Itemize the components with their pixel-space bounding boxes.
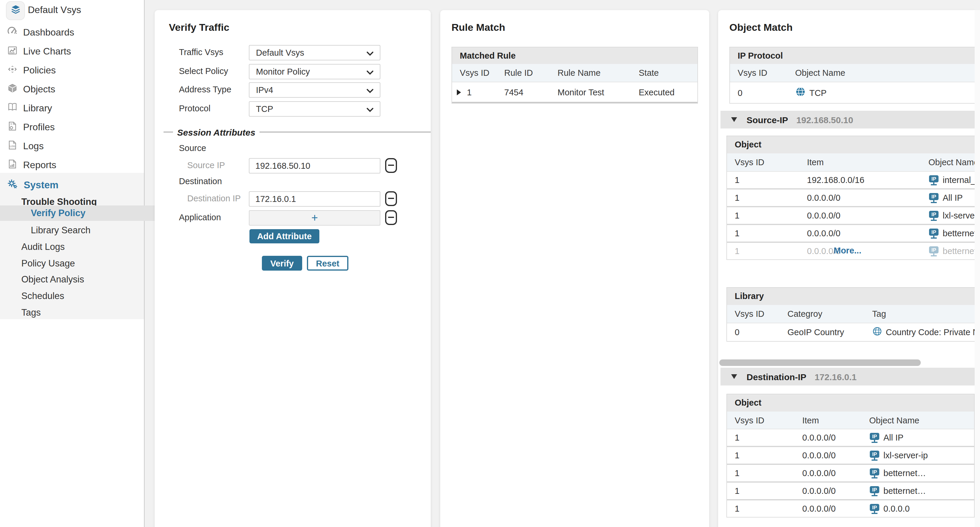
remove-application-button[interactable] <box>385 210 397 225</box>
sidebar-item-reports[interactable]: Reports <box>0 156 144 175</box>
expand-row-icon[interactable] <box>457 89 461 95</box>
table-row: 0 GeoIP Country Country Code: Private N <box>727 323 975 341</box>
cell-item: 0.0.0.0/0 <box>802 504 869 513</box>
table-column-headers: Vsys ID Object Name <box>730 64 975 82</box>
cell-object-name: All IP <box>943 193 963 203</box>
vsys-icon-box[interactable] <box>6 1 25 20</box>
add-attribute-button[interactable]: Add Attribute <box>250 229 319 243</box>
session-attributes-divider: Session Attributes <box>164 127 431 137</box>
cell-vsys-id: 1 <box>727 175 807 185</box>
application-label: Application <box>179 213 221 222</box>
add-application-button[interactable]: + <box>249 210 380 225</box>
panel-title: Rule Match <box>452 22 505 34</box>
cell-item: 0.0.0.0/0 <box>807 193 929 203</box>
globe-icon <box>795 86 806 99</box>
more-link[interactable]: More... <box>834 246 861 255</box>
sidebar-item-dashboards[interactable]: Dashboards <box>0 23 144 42</box>
log-document-icon: LOG <box>7 140 18 153</box>
cell-object-name: betternet… <box>883 468 926 478</box>
panel-title: Verify Traffic <box>169 22 229 34</box>
collapse-icon[interactable] <box>731 117 737 122</box>
table-column-headers: Vsys ID Categroy Tag <box>727 305 975 323</box>
sidebar-item-policy-usage[interactable]: Policy Usage <box>0 255 165 272</box>
table-title: Object <box>727 394 974 411</box>
cell-object-name: betternet… <box>943 229 975 238</box>
section-value: 172.16.0.1 <box>815 371 857 382</box>
panel-title: Object Match <box>729 22 793 34</box>
ip-object-icon: IP <box>869 503 880 514</box>
destination-ip-input[interactable] <box>249 191 380 206</box>
ip-object-icon: IP <box>929 228 939 238</box>
reset-button[interactable]: Reset <box>307 256 348 271</box>
remove-destination-ip-button[interactable] <box>385 191 397 206</box>
traffic-vsys-select[interactable]: Default Vsys <box>249 45 380 60</box>
sidebar-item-verify-policy[interactable]: Verify Policy <box>0 205 175 221</box>
sidebar-item-system[interactable]: System <box>0 175 151 194</box>
sidebar-item-label: Tags <box>21 307 41 318</box>
sidebar-item-library-search[interactable]: Library Search <box>0 223 175 238</box>
sidebar-item-audit-logs[interactable]: Audit Logs <box>0 239 165 255</box>
cell-object-name: betternet… <box>883 486 926 495</box>
sidebar-item-logs[interactable]: LOG Logs <box>0 137 144 156</box>
column-header: Vsys ID <box>727 157 807 167</box>
vertical-scrollbar-track[interactable] <box>975 10 980 527</box>
horizontal-scrollbar[interactable] <box>719 359 921 366</box>
protocol-select[interactable]: TCP <box>249 101 380 117</box>
address-type-select[interactable]: IPv4 <box>249 82 380 98</box>
source-ip-input[interactable] <box>249 158 380 173</box>
cell-rule-id: 7454 <box>504 87 558 97</box>
sidebar-item-library[interactable]: Library <box>0 99 144 118</box>
destination-ip-section-header[interactable]: Destination-IP 172.16.0.1 <box>721 368 975 386</box>
cell-tag: Country Code: Private N <box>886 327 975 337</box>
ip-object-icon: IP <box>929 246 939 256</box>
table-row-faded: 1 0.0.0.0/0 IPbetternet… More... <box>727 243 975 259</box>
sidebar-item-label: Schedules <box>21 291 64 302</box>
cell-object-name: internal_ip <box>943 175 975 185</box>
cell-item: 0.0.0.0/0 <box>807 246 929 256</box>
traffic-vsys-label: Traffic Vsys <box>179 48 223 57</box>
source-group-label: Source <box>179 143 206 153</box>
table-row[interactable]: 1 7454 Monitor Test Executed <box>452 82 697 103</box>
sidebar-item-object-analysis[interactable]: Object Analysis <box>0 271 165 288</box>
sidebar-item-profiles[interactable]: Profiles <box>0 118 144 137</box>
remove-source-ip-button[interactable] <box>385 158 397 173</box>
cell-object-name: lxl-server-ip <box>883 451 928 460</box>
sidebar-item-objects[interactable]: Objects <box>0 80 144 99</box>
select-policy-select[interactable]: Monitor Policy <box>249 64 380 79</box>
cell-item: 0.0.0.0/0 <box>802 433 869 442</box>
chart-icon <box>7 45 18 58</box>
table-row: 1 0.0.0.0/0 IPlxl-server-ip <box>727 447 974 465</box>
app-root: Default Vsys Dashboards Live Charts Poli… <box>0 0 980 527</box>
sidebar-item-label: Object Analysis <box>21 274 84 285</box>
column-header: Vsys ID <box>727 415 802 425</box>
section-label: Source-IP <box>746 114 788 125</box>
table-title: Object <box>727 136 975 153</box>
cell-object-name: lxl-server-ip <box>943 211 975 220</box>
table-title: IP Protocol <box>730 48 975 64</box>
cell-vsys-id: 0 <box>727 327 788 337</box>
collapse-icon[interactable] <box>731 374 737 379</box>
cell-vsys-id: 1 <box>727 246 807 256</box>
cell-item: 0.0.0.0/0 <box>802 451 869 460</box>
vsys-selector-label[interactable]: Default Vsys <box>28 5 81 15</box>
sidebar-item-policies[interactable]: Policies <box>0 61 144 80</box>
address-type-label: Address Type <box>179 85 231 94</box>
column-header: Rule Name <box>558 68 639 78</box>
gear-icon <box>7 178 18 192</box>
sidebar-item-label: Audit Logs <box>21 241 65 252</box>
verify-button[interactable]: Verify <box>262 256 302 271</box>
sidebar-item-schedules[interactable]: Schedules <box>0 288 165 304</box>
sidebar-item-label: Library <box>23 103 52 114</box>
table-row: 0 TCP <box>730 82 975 103</box>
source-ip-section-header[interactable]: Source-IP 192.168.50.10 <box>721 111 975 129</box>
traffic-vsys-value: Default Vsys <box>256 48 304 57</box>
cell-item: 0.0.0.0/0 <box>807 211 929 220</box>
column-header: Tag <box>872 309 975 319</box>
ip-object-icon: IP <box>869 468 880 478</box>
sidebar-item-live-charts[interactable]: Live Charts <box>0 42 144 61</box>
divider-dash <box>164 132 173 133</box>
sidebar-item-tags[interactable]: Tags <box>0 304 165 321</box>
chevron-down-icon <box>366 50 374 57</box>
object-match-panel: Object Match IP Protocol Vsys ID Object … <box>718 10 975 527</box>
table-row: 1 0.0.0.0/0 IPbetternet… <box>727 483 974 500</box>
